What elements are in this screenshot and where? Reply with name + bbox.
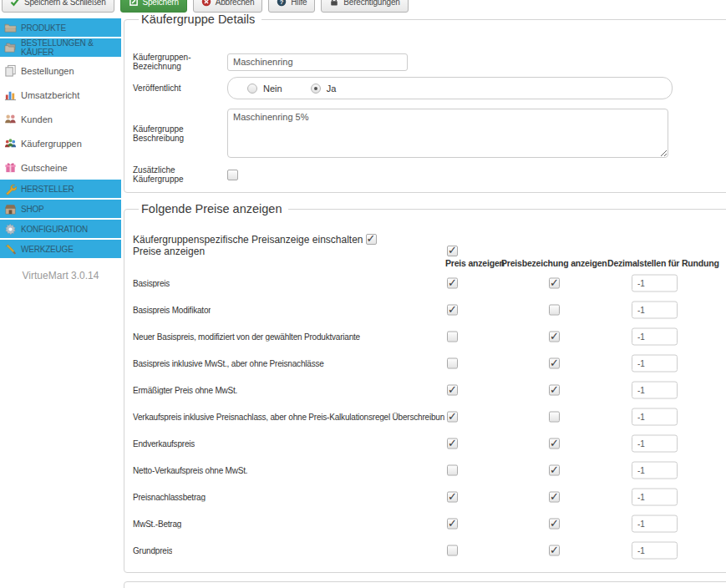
show-price-checkbox[interactable] bbox=[447, 438, 458, 449]
price-row-label: Endverkaufspreis bbox=[133, 439, 195, 449]
show-price-label-checkbox[interactable] bbox=[549, 358, 560, 369]
rounding-decimals-input[interactable] bbox=[632, 462, 678, 479]
check-icon bbox=[10, 0, 20, 7]
folder-icon bbox=[3, 21, 17, 34]
rounding-decimals-input[interactable] bbox=[632, 515, 678, 533]
sidebar: PRODUKTEBESTELLUNGEN & KÄUFERBestellunge… bbox=[0, 13, 121, 588]
wrench-icon bbox=[3, 182, 17, 195]
show-price-label-checkbox[interactable] bbox=[549, 492, 560, 503]
help-icon: ? bbox=[277, 0, 287, 7]
price-row: Ermäßigter Preis ohne MwSt. bbox=[133, 377, 726, 403]
sidebar-item-gutscheine[interactable]: Gutscheine bbox=[0, 155, 121, 180]
rounding-decimals-input[interactable] bbox=[632, 328, 678, 346]
name-label: Käufergruppen-Bezeichnung bbox=[133, 53, 227, 71]
price-row: Preisnachlassbetrag bbox=[133, 484, 726, 510]
main-content: Käufergruppe Details Käufergruppen-Bezei… bbox=[124, 13, 726, 588]
rounding-decimals-input[interactable] bbox=[632, 408, 678, 426]
users-icon bbox=[3, 113, 17, 126]
show-price-label-checkbox[interactable] bbox=[549, 278, 560, 289]
price-row-label: Verkaufspreis inklusive Preisnachlass, a… bbox=[133, 413, 444, 422]
price-row: Basispreis bbox=[133, 270, 726, 297]
sidebar-item-hersteller[interactable]: HERSTELLER bbox=[0, 180, 121, 198]
show-price-label-checkbox[interactable] bbox=[549, 519, 560, 530]
show-price-checkbox[interactable] bbox=[447, 358, 458, 369]
show-price-checkbox[interactable] bbox=[447, 492, 458, 503]
show-price-checkbox[interactable] bbox=[447, 465, 458, 476]
toolbar-button-abbrechen[interactable]: Abbrechen bbox=[193, 0, 263, 13]
sidebar-item-label: Umsatzbericht bbox=[21, 90, 79, 100]
published-option-ja[interactable]: Ja bbox=[311, 84, 337, 94]
show-price-label-checkbox[interactable] bbox=[549, 545, 560, 556]
show-price-checkbox[interactable] bbox=[447, 545, 458, 556]
save-icon bbox=[129, 0, 139, 7]
price-row-label: Basispreis Modifikator bbox=[133, 306, 211, 315]
toolbar-button-label: Speichern & Schließen bbox=[24, 0, 106, 7]
published-option-nein[interactable]: Nein bbox=[247, 84, 282, 94]
rounding-decimals-input[interactable] bbox=[632, 275, 678, 292]
show-price-label-checkbox[interactable] bbox=[549, 385, 560, 396]
radio-label: Ja bbox=[327, 84, 337, 94]
price-row: MwSt.-Betrag bbox=[133, 510, 726, 537]
toolbar-button-berechtigungen[interactable]: Berechtigungen bbox=[321, 0, 408, 13]
toolbar-button-hilfe[interactable]: ?Hilfe bbox=[268, 0, 315, 13]
orders-icon bbox=[3, 64, 17, 78]
price-row-label: Netto-Verkaufspreis ohne MwSt. bbox=[133, 466, 247, 475]
show-price-checkbox[interactable] bbox=[447, 412, 458, 423]
price-row-label: Preisnachlassbetrag bbox=[133, 493, 206, 502]
radio-icon[interactable] bbox=[311, 84, 321, 94]
sidebar-item-konfiguration[interactable]: KONFIGURATION bbox=[0, 220, 121, 238]
show-price-label-checkbox[interactable] bbox=[549, 438, 560, 449]
price-row-label: Basispreis bbox=[133, 279, 170, 288]
column-header-rounding: Dezimalstellen für Rundung bbox=[607, 258, 719, 268]
price-row-label: Basispreis inklusive MwSt., aber ohne Pr… bbox=[133, 359, 324, 368]
sidebar-item-produkte[interactable]: PRODUKTE bbox=[0, 18, 121, 37]
rounding-decimals-input[interactable] bbox=[632, 489, 678, 506]
sidebar-item-bestellungen[interactable]: Bestellungen bbox=[0, 58, 121, 83]
details-legend: Käufergruppe Details bbox=[139, 13, 261, 26]
rounding-decimals-input[interactable] bbox=[632, 542, 678, 560]
rounding-decimals-input[interactable] bbox=[632, 382, 678, 399]
toolbar-button-speichern-schlie-en[interactable]: Speichern & Schließen bbox=[2, 0, 114, 13]
toolbar-button-speichern[interactable]: Speichern bbox=[120, 0, 187, 13]
details-fieldset: Käufergruppe Details Käufergruppen-Bezei… bbox=[124, 13, 726, 193]
sidebar-item-shop[interactable]: SHOP bbox=[0, 200, 121, 218]
show-price-label-checkbox[interactable] bbox=[549, 465, 560, 476]
chart-icon bbox=[3, 89, 17, 102]
show-price-label-checkbox[interactable] bbox=[549, 412, 560, 423]
published-label: Veröffentlicht bbox=[133, 84, 227, 93]
rounding-decimals-input[interactable] bbox=[632, 302, 678, 319]
rounding-decimals-input[interactable] bbox=[632, 355, 678, 373]
show-price-label-checkbox[interactable] bbox=[549, 305, 560, 316]
prices-fieldset: Folgende Preise anzeigen Käufergruppensp… bbox=[124, 202, 726, 573]
sidebar-item-bestellungen-k-ufer[interactable]: BESTELLUNGEN & KÄUFER bbox=[0, 38, 121, 57]
show-price-checkbox[interactable] bbox=[447, 278, 458, 289]
price-row: Neuer Basispreis, modifiziert von der ge… bbox=[133, 323, 726, 350]
price-row-label: Ermäßigter Preis ohne MwSt. bbox=[133, 386, 237, 395]
show-price-checkbox[interactable] bbox=[447, 519, 458, 530]
show-price-checkbox[interactable] bbox=[447, 305, 458, 316]
show-price-checkbox[interactable] bbox=[447, 332, 458, 342]
additional-group-checkbox[interactable] bbox=[227, 170, 238, 180]
sidebar-item-kunden[interactable]: Kunden bbox=[0, 107, 121, 131]
sidebar-item-umsatzbericht[interactable]: Umsatzbericht bbox=[0, 83, 121, 107]
sidebar-item-label: SHOP bbox=[21, 205, 44, 214]
show-price-checkbox[interactable] bbox=[447, 385, 458, 396]
show-prices-checkbox[interactable] bbox=[447, 246, 458, 256]
sidebar-item-werkzeuge[interactable]: WERKZEUGE bbox=[0, 240, 121, 258]
version-label: VirtueMart 3.0.14 bbox=[0, 270, 121, 281]
sidebar-item-label: Kunden bbox=[21, 114, 53, 124]
column-header-show-price: Preis anzeigen bbox=[445, 258, 505, 268]
additional-field-row: Zusätzliche Käufergruppe bbox=[133, 165, 726, 184]
radio-icon[interactable] bbox=[247, 84, 257, 94]
radio-label: Nein bbox=[263, 84, 282, 94]
rounding-decimals-input[interactable] bbox=[632, 435, 678, 453]
config-icon bbox=[3, 222, 17, 236]
sidebar-item-k-ufergruppen[interactable]: Käufergruppen bbox=[0, 131, 121, 155]
description-textarea[interactable]: Maschinenring 5% bbox=[227, 109, 668, 158]
svg-text:?: ? bbox=[280, 0, 284, 6]
cancel-icon bbox=[201, 0, 211, 7]
enable-price-display-checkbox[interactable] bbox=[366, 234, 377, 245]
show-price-label-checkbox[interactable] bbox=[549, 332, 560, 342]
buyer-group-name-input[interactable] bbox=[227, 53, 408, 71]
toolbar: Speichern & SchließenSpeichernAbbrechen?… bbox=[0, 0, 726, 13]
